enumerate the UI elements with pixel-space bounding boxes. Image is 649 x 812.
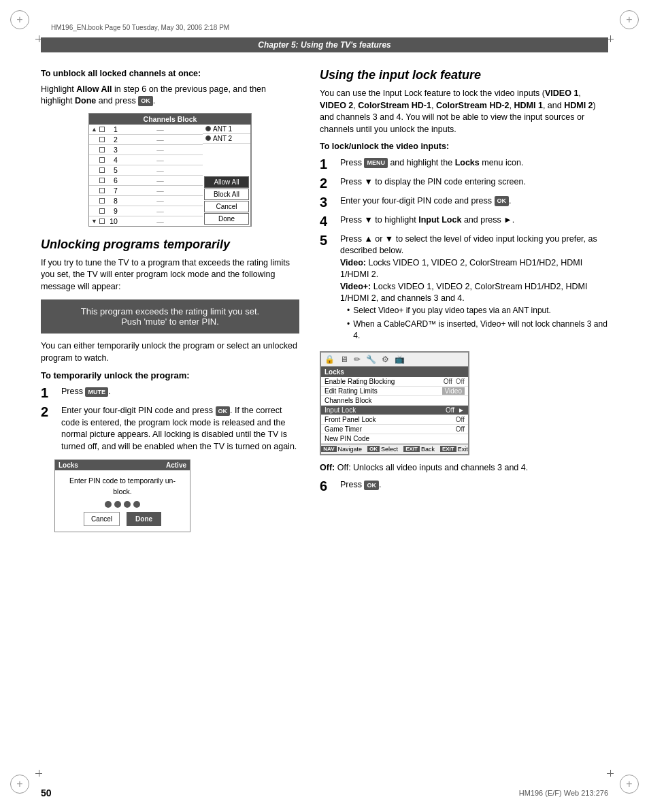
locks-screen-title: Locks — [321, 367, 468, 377]
channels-block-body: ▲ 1 — ▲ 2 — — [89, 125, 251, 226]
corner-decoration-tr — [612, 10, 639, 37]
locks-active-box: Locks Active Enter PIN code to temporari… — [54, 459, 190, 532]
bullet-1: • Select Video+ if you play video tapes … — [340, 305, 608, 316]
ls-row-new-pin: New PIN Code — [321, 434, 468, 444]
ls-row-edit-rating: Edit Rating Limits Video — [321, 387, 468, 396]
step-1-content: Press MUTE. — [61, 386, 299, 398]
unlocking-heading: Unlocking programs temporarily — [41, 238, 299, 252]
input-lock-heading: Using the input lock feature — [320, 68, 608, 82]
unblock-heading: To unblock all locked channels at once: — [41, 68, 299, 80]
locks-active-container: Locks Active Enter PIN code to temporari… — [54, 459, 299, 532]
channel-checkbox[interactable] — [99, 218, 105, 224]
off-text: Off: Off: Unlocks all video inputs and c… — [320, 462, 608, 474]
lock-step-1-num: 1 — [320, 157, 335, 171]
pin-dots — [62, 501, 183, 508]
locks-screen-icons: 🔒 🖥 ✏ 🔧 ⚙ 📺 — [321, 353, 468, 367]
file-metadata: HM196_EN.book Page 50 Tuesday, May 30, 2… — [51, 24, 229, 31]
nav-navigate: NAV Navigate — [321, 446, 362, 453]
lock-step-4-content: Press ▼ to highlight Input Lock and pres… — [340, 214, 608, 227]
locks-nav-bar: NAV Navigate OK Select EXIT Back EXIT Ex… — [321, 444, 468, 454]
channel-row-7: ▲ 7 — — [89, 186, 203, 196]
icon-4: 🔧 — [366, 355, 376, 364]
ls-row-enable-rating: Enable Rating Blocking Off Off — [321, 377, 468, 387]
channel-checkbox[interactable] — [99, 167, 105, 173]
locks-screen-container: 🔒 🖥 ✏ 🔧 ⚙ 📺 Locks Enable Rating Blocking… — [320, 351, 608, 455]
channels-block-container: Channels Block ▲ 1 — [41, 113, 299, 227]
done-button[interactable]: Done — [204, 213, 249, 225]
pin-dot-2 — [114, 501, 121, 508]
channel-checkbox[interactable] — [99, 157, 105, 163]
step-2-num: 2 — [41, 405, 56, 419]
lock-step-2-num: 2 — [320, 176, 335, 190]
channel-checkbox[interactable] — [99, 188, 105, 193]
channel-row-5: ▲ 5 — — [89, 165, 203, 176]
icon-6: 📺 — [395, 355, 405, 364]
block-all-button[interactable]: Block All — [204, 189, 249, 200]
ant2-radio[interactable]: ANT 2 — [203, 134, 250, 144]
locks-done-button[interactable]: Done — [127, 512, 161, 526]
lock-step-6: 6 Press OK. — [320, 479, 608, 493]
after-message-text: You can either temporarily unlock the pr… — [41, 340, 299, 364]
channel-checkbox[interactable] — [99, 178, 105, 183]
lock-step-3-num: 3 — [320, 195, 335, 209]
ok-badge-unblock: OK — [138, 96, 153, 106]
menu-badge-1: MENU — [364, 158, 388, 168]
corner-decoration-bl — [10, 775, 37, 802]
channel-row-6: ▲ 6 — — [89, 176, 203, 186]
lock-step-2: 2 Press ▼ to display the PIN code enteri… — [320, 176, 608, 190]
locks-active-buttons: Cancel Done — [62, 512, 183, 526]
right-column: Using the input lock feature You can use… — [320, 61, 608, 775]
channel-row-9: ▲ 9 — — [89, 206, 203, 216]
lock-step-4-num: 4 — [320, 214, 335, 228]
ls-row-channels-block: Channels Block — [321, 396, 468, 406]
channel-row-10: ▼ 10 — — [89, 216, 203, 226]
channel-checkbox[interactable] — [99, 137, 105, 142]
pin-prompt: Enter PIN code to temporarily un-block. — [62, 476, 183, 498]
icon-1: 🔒 — [324, 355, 335, 364]
channels-block-table: Channels Block ▲ 1 — [88, 113, 252, 227]
lock-steps: 1 Press MENU and highlight the Locks men… — [320, 157, 608, 344]
input-lock-intro: You can use the Input Lock feature to lo… — [320, 88, 608, 135]
ls-row-input-lock: Input Lock Off ► — [321, 406, 468, 415]
allow-all-button[interactable]: Allow All — [204, 176, 249, 188]
chapter-title: Chapter 5: Using the TV's features — [258, 40, 391, 50]
locks-screen: 🔒 🖥 ✏ 🔧 ⚙ 📺 Locks Enable Rating Blocking… — [320, 351, 469, 455]
ls-row-front-panel: Front Panel Lock Off — [321, 415, 468, 425]
channel-row-4: ▲ 4 — — [89, 155, 203, 165]
step-2: 2 Enter your four-digit PIN code and pre… — [41, 405, 299, 453]
lock-step-3: 3 Enter your four-digit PIN code and pre… — [320, 195, 608, 209]
locks-active-header: Locks Active — [55, 460, 190, 470]
ok-badge-6: OK — [364, 481, 379, 491]
locks-cancel-button[interactable]: Cancel — [84, 512, 120, 526]
ant1-radio[interactable]: ANT 1 — [203, 125, 250, 134]
channel-checkbox[interactable] — [99, 127, 105, 132]
locks-active-body: Enter PIN code to temporarily un-block. … — [55, 470, 190, 532]
to-unlock-heading: To temporarily unlock the program: — [41, 370, 299, 382]
page-footer: 50 HM196 (E/F) Web 213:276 — [41, 787, 608, 798]
program-lock-message: This program exceeds the rating limit yo… — [41, 299, 299, 334]
step-1-num: 1 — [41, 386, 56, 400]
channel-checkbox[interactable] — [99, 198, 105, 204]
channel-row-1: ▲ 1 — — [89, 125, 203, 135]
corner-decoration-br — [612, 775, 639, 802]
chapter-header-bar: Chapter 5: Using the TV's features — [41, 37, 608, 52]
ok-badge-3: OK — [495, 196, 510, 206]
icon-2: 🖥 — [340, 355, 348, 364]
unlocking-section: Unlocking programs temporarily If you tr… — [41, 238, 299, 532]
lock-step-5: 5 Press ▲ or ▼ to select the level of vi… — [320, 233, 608, 344]
lock-step-1-content: Press MENU and highlight the Locks menu … — [340, 157, 608, 169]
channel-row-3: ▲ 3 — — [89, 145, 203, 155]
unblock-text: Highlight Allow All in step 6 on the pre… — [41, 84, 299, 108]
footer-code: HM196 (E/F) Web 213:276 — [519, 789, 608, 797]
locks-label: Locks — [59, 461, 78, 469]
unlocking-intro: If you try to tune the TV to a program t… — [41, 257, 299, 293]
lock-step-3-content: Enter your four-digit PIN code and press… — [340, 195, 608, 208]
channel-checkbox[interactable] — [99, 208, 105, 214]
lock-step-6-content: Press OK. — [340, 479, 608, 491]
channel-checkbox[interactable] — [99, 147, 105, 152]
ls-row-game-timer: Game Timer Off — [321, 425, 468, 434]
channels-block-header: Channels Block — [89, 114, 251, 125]
cancel-button[interactable]: Cancel — [204, 201, 249, 212]
mute-badge: MUTE — [85, 387, 108, 397]
nav-select: OK Select — [367, 446, 398, 453]
